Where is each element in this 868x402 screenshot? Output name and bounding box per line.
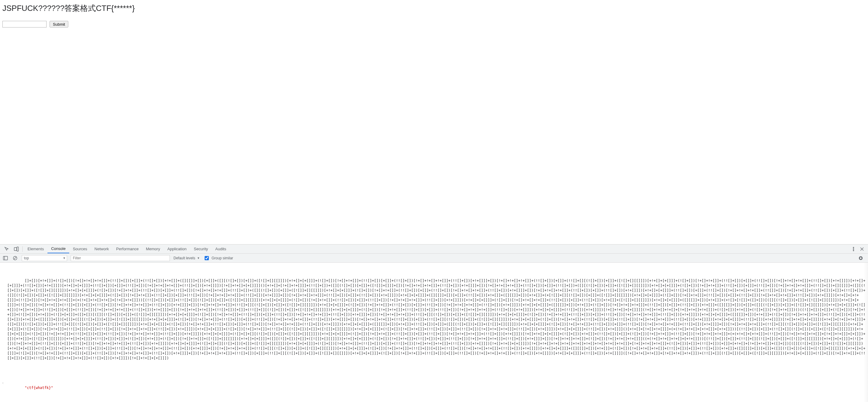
tab-sources[interactable]: Sources	[69, 245, 91, 253]
tab-performance[interactable]: Performance	[113, 245, 142, 253]
more-options-icon[interactable]	[849, 247, 858, 251]
svg-rect-1	[17, 247, 19, 251]
console-result-row: ‹ "ctf{whatfk}"	[7, 375, 867, 395]
scrollbar[interactable]	[864, 262, 868, 402]
svg-rect-0	[14, 248, 17, 251]
answer-input[interactable]	[2, 21, 46, 28]
tab-console[interactable]: Console	[48, 245, 69, 253]
devtools-panel: ElementsConsoleSourcesNetworkPerformance…	[0, 244, 868, 402]
svg-point-3	[853, 248, 854, 249]
tab-memory[interactable]: Memory	[142, 245, 164, 253]
tab-security[interactable]: Security	[190, 245, 212, 253]
jsfuck-code-output: []+[])[+!+[]]+(![]+[])[!+[]+!+[]+!+[]]+(…	[7, 279, 865, 360]
close-devtools-icon[interactable]	[858, 247, 866, 251]
log-levels-dropdown[interactable]: Default levels	[174, 256, 200, 260]
console-toolbar: top Default levels Group similar	[0, 254, 868, 262]
toggle-sidebar-icon[interactable]	[2, 254, 8, 262]
tab-network[interactable]: Network	[91, 245, 113, 253]
console-log-row: []+[])[+!+[]]+(![]+[])[!+[]+!+[]+!+[]]+(…	[7, 274, 867, 365]
answer-form: Submit	[2, 21, 866, 28]
inspect-element-icon[interactable]	[2, 245, 11, 253]
submit-button[interactable]: Submit	[50, 21, 68, 28]
console-settings-icon[interactable]	[856, 256, 866, 260]
page-title: JSPFUCK??????答案格式CTF{******}	[2, 3, 866, 13]
group-similar-checkbox[interactable]	[205, 256, 209, 260]
console-filter-input[interactable]	[71, 255, 170, 261]
group-similar-label: Group similar	[212, 256, 233, 260]
divider	[22, 246, 23, 252]
tab-audits[interactable]: Audits	[212, 245, 230, 253]
group-similar-toggle[interactable]: Group similar	[204, 255, 233, 261]
tab-application[interactable]: Application	[164, 245, 190, 253]
console-result-value: "ctf{whatfk}"	[25, 386, 53, 390]
result-caret-icon: ‹	[2, 380, 4, 385]
page-body: JSPFUCK??????答案格式CTF{******} Submit	[0, 0, 868, 31]
console-output-area[interactable]: []+[])[+!+[]]+(![]+[])[!+[]+!+[]+!+[]]+(…	[0, 262, 868, 402]
page-spacer	[0, 31, 868, 244]
svg-rect-5	[3, 256, 7, 260]
execution-context-selector[interactable]: top	[22, 255, 67, 261]
device-toolbar-icon[interactable]	[11, 245, 21, 253]
tab-elements[interactable]: Elements	[24, 245, 48, 253]
devtools-tabbar: ElementsConsoleSourcesNetworkPerformance…	[0, 245, 868, 254]
context-selector-value: top	[24, 256, 29, 260]
log-levels-label: Default levels	[174, 256, 195, 260]
svg-point-4	[853, 250, 854, 251]
clear-console-icon[interactable]	[12, 254, 18, 262]
svg-point-2	[853, 247, 854, 248]
svg-line-8	[14, 257, 16, 259]
